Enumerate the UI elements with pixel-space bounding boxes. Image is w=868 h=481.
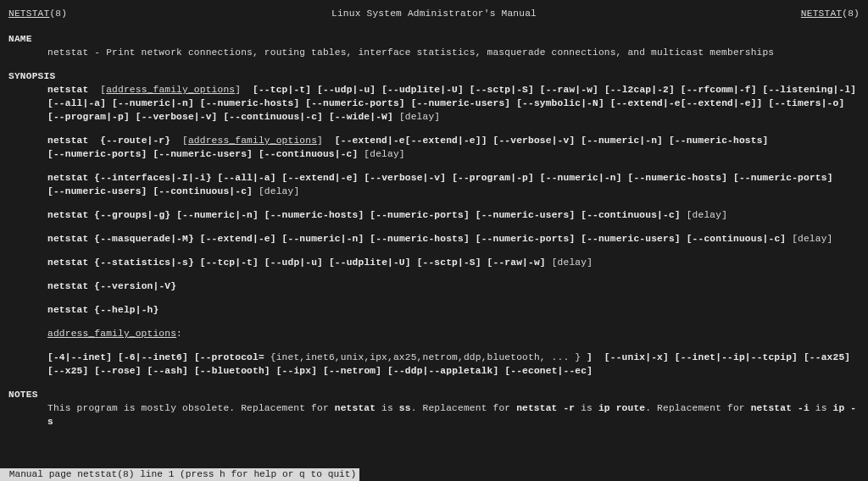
flag: [--udp|-u] [264,257,323,268]
flag: [--raw|-w] [540,85,598,95]
flag: [--numeric|-n] [581,135,663,146]
synopsis-line-7: netstat {--version|-V} [8,279,860,293]
flag: [--listening|-l] [763,85,857,95]
afo-heading: address_family_options: [8,327,860,340]
flag: [--all|-a] [47,98,106,108]
section-notes-label: NOTES [8,388,860,401]
flag: [--sctp|-S] [470,85,534,95]
flag: [--numeric-users] [581,234,681,244]
flag: [--wide|-W] [329,112,393,122]
flag: [--extend|-e[--extend|-e]] [610,98,763,108]
flag: [--numeric-ports] [370,210,470,220]
flag: [--extend|-e] [200,234,276,244]
flag: [--udplite|-U] [381,85,464,95]
flag: [--ax25] [804,352,850,362]
flag: [--econet|--ec] [504,366,593,376]
flag: [--numeric-ports] [476,234,576,244]
flag: [--numeric-users] [47,186,147,196]
flag: [--all|-a] [218,173,276,183]
flag: [--numeric-ports] [305,98,405,108]
flag: [--numeric-users] [476,210,576,220]
flag: [--rfcomm|-f] [681,85,757,95]
synopsis-line-3: netstat {--interfaces|-I|-i} [--all|-a] … [8,171,860,198]
synopsis-line-6: netstat {--statistics|-s} [--tcp|-t] [--… [8,256,860,269]
notes-text: This program is mostly obsolete. Replace… [8,401,860,428]
flag: [--ddp|--appletalk] [387,366,498,376]
flag: [--numeric|-n] [540,173,622,183]
flag: [--numeric-hosts] [200,98,300,108]
flag: [--continuous|-c] [223,112,323,122]
flag: [--numeric-users] [411,98,511,108]
flag: [--numeric|-n] [282,234,364,244]
synopsis-line-1: netstat [address_family_options] [--tcp|… [8,83,860,124]
flag: [--program|-p] [452,173,534,183]
flag: [--unix|-x] [604,352,669,362]
flag: [--udp|-u] [317,85,376,95]
flag: [--rose] [94,366,141,376]
afo-flags-a: [-4|--inet] [-6|--inet6] [--protocol= [47,352,270,362]
flag: [--numeric-hosts] [370,234,470,244]
flag: [--timers|-o] [768,98,844,108]
section-synopsis-label: SYNOPSIS [8,69,860,83]
flag: [--symbolic|-N] [516,98,604,108]
flag: [--numeric-ports] [47,149,147,159]
flag: [--extend|-e] [282,173,359,183]
man-ref-left: NETSTAT(8) [8,7,67,20]
man-ref-right: NETSTAT(8) [801,7,860,20]
flag: [--verbose|-v] [493,135,576,146]
section-name-label: NAME [8,32,860,46]
flag: [--l2cap|-2] [604,85,675,95]
flag: [--x25] [47,366,88,376]
flag: [--numeric|-n] [112,98,194,108]
flag: [--numeric-hosts] [669,135,769,146]
afo-options: [-4|--inet] [-6|--inet6] [--protocol= {i… [8,351,860,378]
flag: [-4|--inet] [47,352,112,362]
flag: [-6|--inet6] [118,352,188,362]
flag: [--bluetooth] [194,366,270,376]
flag: [--numeric|-n] [176,210,259,220]
syn6-flags: [--tcp|-t] [--udp|-u] [--udplite|-U] [--… [200,257,552,268]
flag: [--verbose|-v] [364,173,446,183]
flag: [--tcp|-t] [253,85,311,95]
flag: [--numeric-hosts] [628,173,728,183]
section-name-text: netstat - Print network connections, rou… [8,46,860,59]
flag: [--continuous|-c] [153,186,253,196]
flag: [--program|-p] [47,112,130,122]
flag: [--sctp|-S] [417,257,481,268]
pager-status-bar[interactable]: Manual page netstat(8) line 1 (press h f… [0,468,359,481]
flag: [--numeric-hosts] [264,210,364,220]
synopsis-line-8: netstat {--help|-h} [8,303,860,317]
flag: [--continuous|-c] [687,234,787,244]
synopsis-line-4: netstat {--groups|-g} [--numeric|-n] [--… [8,208,860,222]
flag: [--extend|-e[--extend|-e]] [335,135,487,146]
flag: [--inet|--ip|--tcpip] [675,352,798,362]
flag: [--tcp|-t] [200,257,259,268]
flag: [--netrom] [323,366,381,376]
flag: [--udplite|-U] [329,257,411,268]
man-header: NETSTAT(8) Linux System Administrator's … [8,7,860,20]
synopsis-line-5: netstat {--masquerade|-M} [--extend|-e] … [8,232,860,246]
flag: [--numeric-ports] [733,173,833,183]
flag: [--raw|-w] [487,257,546,268]
flag: [--protocol= [194,352,264,362]
syn4-flags: [--numeric|-n] [--numeric-hosts] [--nume… [176,210,687,220]
synopsis-line-2: netstat {--route|-r} [address_family_opt… [8,134,860,161]
man-page: NETSTAT(8) Linux System Administrator's … [0,0,868,428]
syn5-flags: [--extend|-e] [--numeric|-n] [--numeric-… [200,234,792,244]
flag: [--ipx] [276,366,317,376]
flag: [--verbose|-v] [136,112,218,122]
flag: [--numeric-users] [153,149,253,159]
flag: [--ash] [147,366,188,376]
man-title: Linux System Administrator's Manual [67,7,801,20]
flag: [--continuous|-c] [581,210,681,220]
flag: [--continuous|-c] [259,149,359,159]
